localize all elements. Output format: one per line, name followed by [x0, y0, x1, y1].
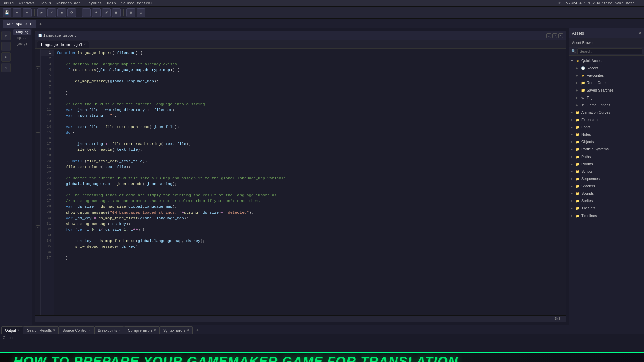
tree-icon-tags: 🏷 [581, 96, 585, 100]
tree-item-tile-sets[interactable]: ▶ 📁 Tile Sets [569, 204, 644, 212]
resource-item-language[interactable]: languag [13, 29, 31, 35]
code-window-titlebar: 📄 language_import _ □ × [35, 31, 566, 40]
workspace-tab-1[interactable]: Workspace 1 [3, 20, 36, 28]
workspace-add-tab-btn[interactable]: + [37, 21, 44, 28]
tree-item-favourites[interactable]: ▶ ★ Favourites [569, 72, 644, 79]
menu-windows[interactable]: Windows [19, 1, 35, 5]
bottom-tab-syntax-errors-close[interactable]: × [187, 328, 189, 332]
tree-item-quick-access[interactable]: ▼ ★ Quick Access [569, 57, 644, 64]
workspace-tabs-bar: Workspace 1 + [0, 19, 644, 28]
tree-icon-notes: 📁 [575, 133, 580, 136]
file-tabs: language_import.gml × [35, 40, 566, 49]
bottom-tab-search-results[interactable]: Search Results × [23, 326, 59, 334]
bottom-tab-breakpoints-close[interactable]: × [119, 328, 121, 332]
banner: HOW TO PREPARE YOUR GAMEMAKER GAME FOR T… [0, 352, 644, 362]
assets-panel-close-btn[interactable]: × [639, 31, 641, 36]
toolbar-run-btn[interactable]: ▶ [37, 8, 46, 17]
collapse-btn-15[interactable]: − [36, 129, 40, 133]
toolbar-zoom-out-btn[interactable]: - [82, 8, 91, 17]
menu-tools[interactable]: Tools [40, 1, 51, 5]
menu-source-control[interactable]: Source Control [121, 1, 152, 5]
tree-item-timelines[interactable]: ▶ 📁 Timelines [569, 212, 644, 219]
tree-arrow-scripts: ▶ [571, 170, 574, 173]
tree-icon-rooms: 📁 [575, 162, 580, 166]
toolbar-grid-btn[interactable]: ⊞ [112, 8, 121, 17]
bottom-tab-source-control-close[interactable]: × [89, 328, 91, 332]
left-sidebar-btn-1[interactable]: ◈ [1, 31, 11, 40]
tree-item-room-order[interactable]: ▶ 📁 Room Order [569, 79, 644, 86]
tree-label-recent: Recent [587, 66, 643, 70]
tree-item-tags[interactable]: ▶ 🏷 Tags [569, 94, 644, 101]
tree-arrow-particle-systems: ▶ [571, 148, 574, 151]
code-content[interactable]: function language_import(_filename) { //… [54, 49, 566, 315]
tree-arrow-objects: ▶ [571, 140, 574, 143]
bottom-tab-source-control[interactable]: Source Control × [59, 326, 94, 334]
tree-item-fonts[interactable]: ▶ 📁 Fonts [569, 123, 644, 131]
code-editor[interactable]: − − [35, 49, 566, 315]
toolbar-save-btn[interactable]: 💾 [3, 8, 11, 17]
menu-marketplace[interactable]: Marketplace [56, 1, 81, 5]
tree-item-rooms[interactable]: ▶ 📁 Rooms [569, 160, 644, 168]
bottom-tab-syntax-errors[interactable]: Syntax Errors × [160, 326, 193, 334]
win-maximize-btn[interactable]: □ [552, 33, 557, 38]
menu-help[interactable]: Help [107, 1, 116, 5]
tree-icon-objects: 📁 [575, 140, 580, 144]
file-tab-close-btn[interactable]: × [84, 43, 86, 47]
tree-item-shaders[interactable]: ▶ 📁 Shaders [569, 182, 644, 190]
tree-item-notes[interactable]: ▶ 📁 Notes [569, 131, 644, 138]
tree-arrow-sequences: ▶ [571, 177, 574, 180]
toolbar-zoom-in-btn[interactable]: + [92, 8, 101, 17]
resource-item-only[interactable]: (only) [13, 42, 31, 47]
tree-arrow-timelines: ▶ [571, 214, 574, 217]
menu-layouts[interactable]: Layouts [86, 1, 102, 5]
tree-item-paths[interactable]: ▶ 📁 Paths [569, 153, 644, 160]
tree-label-objects: Objects [581, 140, 643, 144]
bottom-tab-source-control-label: Source Control [62, 328, 87, 333]
tree-item-sequences[interactable]: ▶ 📁 Sequences [569, 175, 644, 182]
bottom-tab-breakpoints[interactable]: Breakpoints × [94, 326, 124, 334]
resource-item-op[interactable]: Op... [13, 36, 31, 41]
left-sidebar-btn-4[interactable]: ✎ [1, 63, 11, 72]
tree-item-sprites[interactable]: ▶ 📁 Sprites [569, 197, 644, 204]
toolbar-stop-btn[interactable]: ■ [57, 8, 66, 17]
bottom-tab-add-btn[interactable]: + [194, 327, 201, 334]
tree-item-sounds[interactable]: ▶ 📁 Sounds [569, 190, 644, 197]
toolbar-clean-btn[interactable]: ⟳ [67, 8, 76, 17]
line-numbers: 1 2345678 9101112131415 16171819202122 2… [41, 49, 54, 315]
tree-label-animation-curves: Animation Curves [581, 110, 643, 114]
collapse-btn-32[interactable]: − [36, 225, 40, 229]
tree-arrow-shaders: ▶ [571, 185, 574, 188]
toolbar-undo-btn[interactable]: ↩ [13, 8, 21, 17]
tree-icon-animation-curves: 📁 [575, 111, 580, 114]
tree-item-recent[interactable]: ▶ 🕐 Recent [569, 64, 644, 72]
file-tab-gml[interactable]: language_import.gml × [37, 41, 89, 48]
menu-build[interactable]: Build [3, 1, 14, 5]
tree-item-scripts[interactable]: ▶ 📁 Scripts [569, 168, 644, 175]
tree-arrow-game-options: ▶ [576, 104, 579, 107]
toolbar-redo-btn[interactable]: ↪ [23, 8, 32, 17]
toolbar-zoom-fit-btn[interactable]: ⤢ [102, 8, 111, 17]
tree-item-saved-searches[interactable]: ▶ 📁 Saved Searches [569, 86, 644, 94]
tree-item-extensions[interactable]: ▶ 📁 Extensions [569, 116, 644, 123]
tree-arrow-animation-curves: ▶ [571, 111, 574, 114]
bottom-tab-search-results-close[interactable]: × [53, 328, 55, 332]
tree-item-animation-curves[interactable]: ▶ 📁 Animation Curves [569, 109, 644, 116]
toolbar-debug-btn[interactable]: ⚡ [47, 8, 56, 17]
tree-item-particle-systems[interactable]: ▶ 📁 Particle Systems [569, 145, 644, 153]
bottom-tab-compile-errors-close[interactable]: × [154, 328, 156, 332]
bottom-tab-output-close[interactable]: × [17, 328, 19, 332]
toolbar-target-btn[interactable]: ◎ [137, 8, 145, 17]
win-minimize-btn[interactable]: _ [546, 33, 551, 38]
bottom-tab-compile-errors[interactable]: Compile Errors × [124, 326, 159, 334]
left-sidebar-btn-3[interactable]: ● [1, 52, 11, 62]
toolbar-layout-btn[interactable]: ⊡ [126, 8, 135, 17]
tree-item-objects[interactable]: ▶ 📁 Objects [569, 138, 644, 145]
tree-icon-timelines: 📁 [575, 214, 580, 218]
tree-item-game-options[interactable]: ▶ ⚙ Game Options [569, 101, 644, 109]
asset-search-input[interactable] [577, 48, 642, 54]
left-sidebar-btn-2[interactable]: ☰ [1, 42, 11, 51]
bottom-tab-output[interactable]: Output × [1, 326, 23, 334]
collapse-btn-4[interactable]: − [36, 66, 40, 70]
win-close-btn[interactable]: × [558, 33, 563, 38]
tree-icon-sounds: 📁 [575, 192, 580, 195]
